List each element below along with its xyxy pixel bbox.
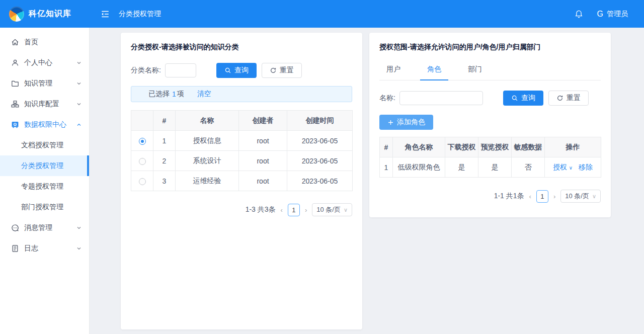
chevron-down-icon <box>76 225 82 231</box>
folder-icon <box>11 79 19 88</box>
main-content: 分类授权-请选择被访问的知识分类 分类名称: 查询 重置 <box>90 28 644 334</box>
chevron-up-icon <box>76 122 82 128</box>
cell-name: 授权信息 <box>176 131 239 151</box>
table-header-row: # 名称 创建者 创建时间 <box>131 111 353 131</box>
col-header-actions: 操作 <box>545 137 601 157</box>
search-icon <box>224 67 231 74</box>
user-name: 管理员 <box>607 10 628 19</box>
search-icon <box>511 95 518 102</box>
cell-index: 2 <box>153 151 176 171</box>
sidebar-item-data-permission-center[interactable]: 数据权限中心 <box>0 114 89 135</box>
sidebar-subitem-topic-auth[interactable]: 专题授权管理 <box>0 176 89 197</box>
col-header-download: 下载授权 <box>445 137 478 157</box>
log-icon <box>11 244 19 253</box>
sidebar-subitem-label: 文档授权管理 <box>21 141 63 150</box>
next-page-button[interactable]: › <box>553 193 555 200</box>
reset-button[interactable]: 重置 <box>262 63 302 78</box>
row-radio[interactable] <box>139 178 146 185</box>
sidebar-item-label: 知识管理 <box>24 79 52 88</box>
reset-button[interactable]: 重置 <box>548 91 589 106</box>
sidebar-item-label: 日志 <box>24 244 38 253</box>
sidebar-item-logs[interactable]: 日志 <box>0 238 89 259</box>
page-size-select[interactable]: 10 条/页 ∨ <box>312 203 352 216</box>
next-page-button[interactable]: › <box>305 206 307 214</box>
table-header-row: # 角色名称 下载授权 预览授权 敏感数据 操作 <box>380 137 601 157</box>
page-number-button[interactable]: 1 <box>288 204 300 216</box>
chevron-down-icon <box>76 60 82 66</box>
cell-name: 系统设计 <box>176 151 239 171</box>
table-row: 1 低级权限角色 是 是 否 授权 ∨移除 <box>380 157 601 178</box>
sidebar-subitem-doc-auth[interactable]: 文档授权管理 <box>0 135 89 155</box>
sidebar-subitem-category-auth[interactable]: 分类授权管理 <box>0 155 89 176</box>
roles-pagination: 1-1 共1条 ‹ 1 › 10 条/页 ∨ <box>379 190 601 203</box>
table-row: 2 系统设计 root 2023-06-05 <box>131 151 353 171</box>
sidebar-subitem-label: 部门授权管理 <box>21 203 63 212</box>
chevron-down-icon: ∨ <box>569 165 573 171</box>
role-name-input[interactable] <box>399 91 483 105</box>
tab-label: 部门 <box>468 65 482 73</box>
page-size-select[interactable]: 10 条/页 ∨ <box>560 190 601 203</box>
alert-count: 1 <box>172 90 176 98</box>
message-icon <box>11 224 19 232</box>
category-panel-title: 分类授权-请选择被访问的知识分类 <box>131 43 352 52</box>
col-header-sensitive: 敏感数据 <box>512 137 545 157</box>
user-menu[interactable]: G 管理员 <box>597 10 628 19</box>
category-pagination: 1-3 共3条 ‹ 1 › 10 条/页 ∨ <box>131 203 352 216</box>
sidebar-item-personal-center[interactable]: 个人中心 <box>0 52 89 73</box>
topbar: 科亿知识库 分类授权管理 G 管理员 <box>0 0 644 28</box>
cell-created: 2023-06-05 <box>287 171 353 191</box>
sidebar-item-kb-config[interactable]: 知识库配置 <box>0 94 89 114</box>
cluster-icon <box>11 100 19 108</box>
tab-roles[interactable]: 角色 <box>420 62 448 80</box>
chevron-down-icon <box>76 101 82 107</box>
active-indicator <box>87 155 89 176</box>
tab-departments[interactable]: 部门 <box>461 62 489 80</box>
row-radio[interactable] <box>139 158 146 165</box>
roles-table: # 角色名称 下载授权 预览授权 敏感数据 操作 1 低级权限角色 是 是 否 <box>379 137 601 178</box>
menu-fold-icon[interactable] <box>101 10 110 19</box>
cell-created: 2023-06-05 <box>287 131 353 151</box>
clear-selection-link[interactable]: 清空 <box>197 90 211 99</box>
row-radio-selected[interactable] <box>139 138 146 145</box>
category-name-input[interactable] <box>165 63 196 77</box>
alert-prefix: 已选择 <box>148 90 170 99</box>
add-role-button[interactable]: 添加角色 <box>379 115 433 130</box>
cell-sensitive: 否 <box>512 157 545 178</box>
scope-tabs: 用户 角色 部门 <box>379 62 601 80</box>
tab-label: 角色 <box>427 65 441 73</box>
cell-preview: 是 <box>478 157 512 178</box>
col-header-role-name: 角色名称 <box>393 137 445 157</box>
authorize-dropdown-link[interactable]: 授权 ∨ <box>553 163 573 171</box>
authorize-label: 授权 <box>553 163 567 171</box>
reset-button-label: 重置 <box>280 66 294 75</box>
tab-label: 用户 <box>386 65 400 73</box>
add-role-label: 添加角色 <box>397 118 425 127</box>
breadcrumb: 分类授权管理 <box>119 10 161 19</box>
search-button-label: 查询 <box>234 66 249 75</box>
safe-icon <box>11 121 19 129</box>
notification-bell-icon[interactable] <box>575 10 583 19</box>
category-panel: 分类授权-请选择被访问的知识分类 分类名称: 查询 重置 <box>121 33 362 329</box>
reset-button-label: 重置 <box>567 94 581 103</box>
cell-role-name: 低级权限角色 <box>393 157 445 178</box>
page-number-button[interactable]: 1 <box>536 190 548 203</box>
table-row: 1 授权信息 root 2023-06-05 <box>131 131 353 151</box>
prev-page-button[interactable]: ‹ <box>281 206 283 214</box>
prev-page-button[interactable]: ‹ <box>529 193 531 200</box>
scope-panel: 授权范围-请选择允许访问的用户/角色/用户归属部门 用户 角色 部门 名称: <box>369 33 611 217</box>
sidebar: 首页 个人中心 知识管理 <box>0 28 90 334</box>
page-size-value: 10 条/页 <box>316 205 341 214</box>
sidebar-item-knowledge-management[interactable]: 知识管理 <box>0 73 89 94</box>
remove-link[interactable]: 移除 <box>579 163 593 171</box>
cell-download: 是 <box>445 157 478 178</box>
search-button[interactable]: 查询 <box>503 91 543 106</box>
cell-index: 3 <box>153 171 176 191</box>
sidebar-item-label: 数据权限中心 <box>24 120 66 129</box>
col-header-index: # <box>380 137 393 157</box>
sidebar-item-message-management[interactable]: 消息管理 <box>0 217 89 238</box>
sidebar-item-home[interactable]: 首页 <box>0 32 89 52</box>
tab-users[interactable]: 用户 <box>379 62 408 80</box>
search-button[interactable]: 查询 <box>216 63 257 78</box>
col-header-name: 名称 <box>176 111 239 131</box>
sidebar-subitem-dept-auth[interactable]: 部门授权管理 <box>0 197 89 217</box>
